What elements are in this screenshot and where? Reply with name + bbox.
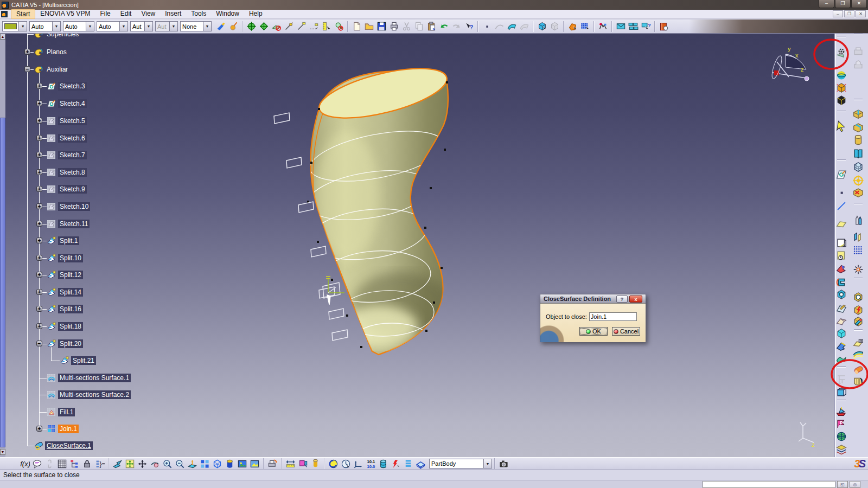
- tree-expander[interactable]: +: [24, 49, 30, 55]
- fit-diamond-icon[interactable]: [258, 20, 270, 33]
- property-combo[interactable]: Aut▼: [155, 21, 178, 31]
- cyan-cube-icon[interactable]: [835, 328, 848, 341]
- snap-line-icon[interactable]: [295, 20, 308, 33]
- color-swatch[interactable]: [4, 23, 17, 29]
- tree-expander[interactable]: +: [36, 152, 42, 158]
- close-button[interactable]: ✕: [851, 0, 867, 8]
- select-cursor-icon[interactable]: [835, 120, 848, 133]
- fit-all-icon[interactable]: [124, 458, 136, 470]
- tree-item-label[interactable]: Sketch.10: [58, 202, 90, 211]
- stack-cylinder-icon[interactable]: [377, 458, 390, 470]
- tree-item-label[interactable]: Fill.1: [58, 408, 75, 416]
- tree-expander[interactable]: +: [36, 135, 42, 141]
- tree-item-label[interactable]: Split.10: [58, 254, 83, 262]
- tree-item-label[interactable]: Split.14: [58, 288, 83, 297]
- axis-system-icon[interactable]: [352, 458, 365, 470]
- tree-expander[interactable]: +: [36, 306, 42, 312]
- tree-item-label[interactable]: Join.1: [58, 425, 79, 433]
- paintbrush-icon[interactable]: [215, 20, 227, 33]
- inertia-icon[interactable]: [309, 458, 322, 470]
- open-folder-icon[interactable]: [363, 20, 375, 33]
- menu-item[interactable]: File: [95, 9, 115, 19]
- power-input[interactable]: [703, 481, 835, 488]
- partbody-combo[interactable]: PartBody▼: [429, 459, 492, 468]
- surface-icon[interactable]: [506, 20, 518, 33]
- tree-item-label[interactable]: Sketch.5: [58, 117, 87, 125]
- zoom-in-icon[interactable]: [161, 458, 174, 470]
- redx-box-icon[interactable]: [852, 187, 865, 200]
- tree-item-label[interactable]: Sketch.7: [58, 151, 87, 159]
- tree-item-label[interactable]: Multi-sections Surface.2: [58, 390, 131, 399]
- frame-box-icon[interactable]: [835, 386, 848, 399]
- wireframe-cube-icon[interactable]: [211, 458, 224, 470]
- title-bar[interactable]: CATIA V5 - [Multiseccion] – ❐ ✕: [0, 0, 868, 10]
- bolt-cursor-icon[interactable]: [390, 458, 402, 470]
- property-combo[interactable]: Auto▼: [63, 21, 94, 31]
- stack-surface-icon[interactable]: [852, 349, 865, 362]
- tree-expander[interactable]: −: [24, 66, 30, 72]
- tree-scrollbar[interactable]: ▲ ▼: [0, 34, 5, 457]
- tree-expander[interactable]: −: [36, 341, 42, 346]
- multi-view-icon[interactable]: [199, 458, 211, 470]
- menu-item[interactable]: Start: [11, 9, 35, 19]
- sketch-panel-icon[interactable]: [835, 169, 848, 182]
- viewport-3d[interactable]: y x z z ▲ ▼ Superficies + P: [0, 34, 834, 457]
- menu-item[interactable]: Tools: [186, 9, 211, 19]
- cmd-button-2[interactable]: ◎: [850, 481, 860, 488]
- pin-icon[interactable]: [283, 20, 295, 33]
- wave-icon[interactable]: [835, 353, 848, 366]
- frame-icon[interactable]: [835, 374, 848, 387]
- plane-forbid-icon[interactable]: [270, 20, 283, 33]
- chain-points-icon[interactable]: [308, 20, 320, 33]
- restore-button[interactable]: ❐: [835, 0, 851, 8]
- dot-grid-icon[interactable]: [852, 245, 865, 258]
- tree-item-label[interactable]: CloseSurface.1: [45, 441, 93, 450]
- tree-item-label[interactable]: Split.21: [71, 356, 96, 365]
- orange-part-icon[interactable]: [566, 20, 579, 33]
- mail-icon[interactable]: [615, 20, 627, 33]
- c-cylinder-icon[interactable]: [835, 276, 848, 289]
- property-combo[interactable]: ▼: [2, 21, 27, 31]
- pencils-icon[interactable]: [852, 215, 865, 228]
- mail-multi-icon[interactable]: [627, 20, 640, 33]
- tree-expander[interactable]: +: [36, 323, 42, 329]
- thick-surface-icon[interactable]: [852, 375, 865, 388]
- tree-item-label[interactable]: Split.12: [58, 271, 83, 279]
- plane-icon[interactable]: [835, 218, 848, 231]
- clock-doc-icon[interactable]: [835, 249, 848, 262]
- mail-cursor-icon[interactable]: ?: [640, 20, 652, 33]
- cam-plane-icon[interactable]: [852, 337, 865, 350]
- tree-expander[interactable]: +: [36, 100, 42, 106]
- select-cube-icon[interactable]: [536, 20, 548, 33]
- tree-item-label[interactable]: Superficies: [45, 34, 80, 38]
- grid-table-icon[interactable]: [56, 458, 68, 470]
- painter-icon[interactable]: [227, 20, 240, 33]
- tree-expander[interactable]: +: [36, 83, 42, 89]
- normal-view-icon[interactable]: [186, 458, 199, 470]
- fly-icon[interactable]: [111, 458, 124, 470]
- tree-item-label[interactable]: Sketch.8: [58, 168, 87, 177]
- tree-expander[interactable]: +: [36, 221, 42, 227]
- sphere-icon[interactable]: [835, 69, 848, 82]
- cylinder-icon[interactable]: [852, 134, 865, 147]
- grid-cube-icon[interactable]: [852, 161, 865, 174]
- sketch-analysis-icon[interactable]: [597, 20, 609, 33]
- redo-icon[interactable]: [450, 20, 463, 33]
- page-curl-icon[interactable]: [835, 237, 848, 250]
- object-to-close-input[interactable]: [589, 312, 637, 321]
- tree-item-label[interactable]: Sketch.6: [58, 134, 87, 143]
- cmd-button-1[interactable]: ◱: [837, 481, 848, 488]
- tree-expander[interactable]: +: [36, 255, 42, 261]
- copy-icon[interactable]: [413, 20, 425, 33]
- catalog-swirl-icon[interactable]: [327, 458, 340, 470]
- list-icon[interactable]: [402, 458, 414, 470]
- o-cylinder-icon[interactable]: [835, 288, 848, 301]
- layers-icon[interactable]: [835, 443, 848, 456]
- menu-item[interactable]: Help: [244, 9, 267, 19]
- sparkle-cube-icon[interactable]: [835, 82, 848, 95]
- menu-item[interactable]: Insert: [160, 9, 186, 19]
- menu-item[interactable]: ENOVIA V5 VPM: [35, 9, 95, 19]
- tree-item-label[interactable]: Split.1: [58, 236, 79, 245]
- flag-icon[interactable]: P: [835, 418, 848, 431]
- pan-icon[interactable]: [136, 458, 149, 470]
